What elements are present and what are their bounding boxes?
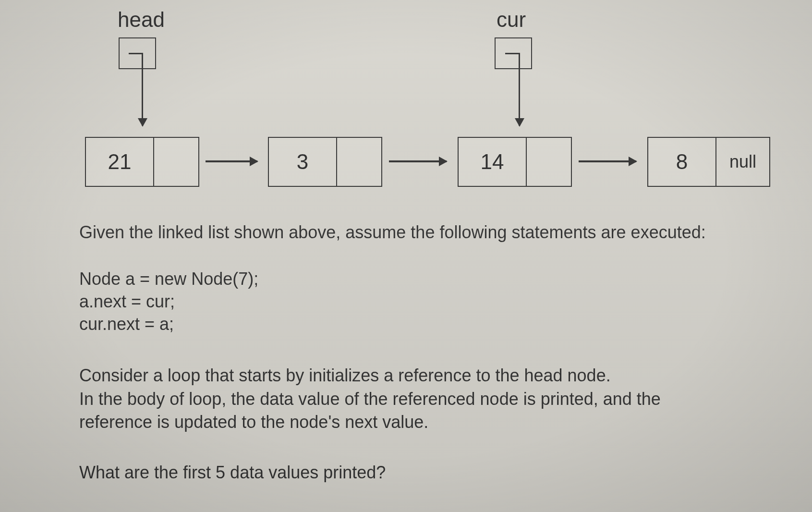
pointer-label-head: head xyxy=(118,8,165,32)
next-arrow xyxy=(579,160,636,162)
photo-vignette xyxy=(0,0,812,512)
linkedlist-node: 8 null xyxy=(647,137,770,187)
question-page: head cur 21 3 14 8 null Given the linked… xyxy=(0,0,812,512)
node-value: 3 xyxy=(269,138,337,186)
node-next xyxy=(527,138,571,186)
next-arrow xyxy=(206,160,257,162)
question-body-line: In the body of loop, the data value of t… xyxy=(79,388,740,411)
pointer-label-cur: cur xyxy=(497,8,526,32)
question-intro: Given the linked list shown above, assum… xyxy=(79,221,740,244)
node-value: 14 xyxy=(459,138,527,186)
question-body-line: reference is updated to the node's next … xyxy=(79,411,740,434)
code-line: cur.next = a; xyxy=(79,313,740,336)
linkedlist-node: 3 xyxy=(268,137,382,187)
next-arrow xyxy=(389,160,447,162)
linkedlist-node: 21 xyxy=(85,137,199,187)
node-next xyxy=(154,138,198,186)
question-prompt: What are the first 5 data values printed… xyxy=(79,461,740,485)
code-line: a.next = cur; xyxy=(79,291,740,313)
question-body-line: Consider a loop that starts by initializ… xyxy=(79,364,740,388)
pointer-tick-head xyxy=(129,53,143,54)
code-line: Node a = new Node(7); xyxy=(79,268,740,291)
pointer-tick-cur xyxy=(505,53,520,54)
node-value: 8 xyxy=(648,138,716,186)
node-value: 21 xyxy=(86,138,154,186)
pointer-arrow-cur xyxy=(519,53,520,126)
node-next: null xyxy=(716,138,769,186)
linkedlist-node: 14 xyxy=(458,137,572,187)
node-next xyxy=(337,138,381,186)
pointer-arrow-head xyxy=(142,53,143,126)
